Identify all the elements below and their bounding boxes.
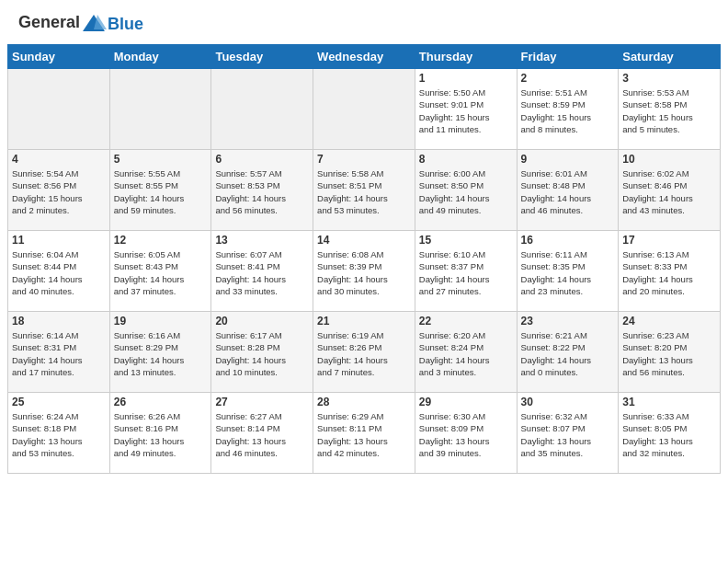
day-number: 2 xyxy=(521,72,615,85)
day-info: Sunrise: 6:02 AM Sunset: 8:46 PM Dayligh… xyxy=(622,167,716,216)
calendar-cell: 5Sunrise: 5:55 AM Sunset: 8:55 PM Daylig… xyxy=(109,150,211,231)
day-info: Sunrise: 6:32 AM Sunset: 8:07 PM Dayligh… xyxy=(521,410,615,459)
calendar-cell: 25Sunrise: 6:24 AM Sunset: 8:18 PM Dayli… xyxy=(8,393,110,474)
day-number: 12 xyxy=(114,234,208,247)
day-info: Sunrise: 6:13 AM Sunset: 8:33 PM Dayligh… xyxy=(622,248,716,297)
calendar-cell: 24Sunrise: 6:23 AM Sunset: 8:20 PM Dayli… xyxy=(619,312,721,393)
day-info: Sunrise: 6:20 AM Sunset: 8:24 PM Dayligh… xyxy=(419,329,513,378)
day-number: 8 xyxy=(419,153,513,166)
day-number: 24 xyxy=(622,315,716,327)
calendar-cell: 15Sunrise: 6:10 AM Sunset: 8:37 PM Dayli… xyxy=(415,231,517,312)
calendar-wrapper: Sunday Monday Tuesday Wednesday Thursday… xyxy=(0,44,728,481)
day-number: 28 xyxy=(317,396,411,408)
calendar-cell: 28Sunrise: 6:29 AM Sunset: 8:11 PM Dayli… xyxy=(313,393,415,474)
calendar-cell: 2Sunrise: 5:51 AM Sunset: 8:59 PM Daylig… xyxy=(517,69,619,150)
calendar-cell xyxy=(211,69,313,150)
day-info: Sunrise: 6:17 AM Sunset: 8:28 PM Dayligh… xyxy=(215,329,309,378)
calendar-cell: 27Sunrise: 6:27 AM Sunset: 8:14 PM Dayli… xyxy=(211,393,313,474)
header-wednesday: Wednesday xyxy=(313,45,415,69)
calendar-cell: 12Sunrise: 6:05 AM Sunset: 8:43 PM Dayli… xyxy=(109,231,211,312)
day-info: Sunrise: 6:01 AM Sunset: 8:48 PM Dayligh… xyxy=(521,167,615,216)
day-number: 16 xyxy=(521,234,615,247)
day-number: 13 xyxy=(215,234,309,247)
header: General Blue xyxy=(0,0,728,44)
calendar-cell: 22Sunrise: 6:20 AM Sunset: 8:24 PM Dayli… xyxy=(415,312,517,393)
day-info: Sunrise: 5:55 AM Sunset: 8:55 PM Dayligh… xyxy=(114,167,208,216)
day-number: 29 xyxy=(419,396,513,408)
day-number: 9 xyxy=(521,153,615,166)
calendar-body: 1Sunrise: 5:50 AM Sunset: 9:01 PM Daylig… xyxy=(8,69,721,474)
day-info: Sunrise: 6:10 AM Sunset: 8:37 PM Dayligh… xyxy=(419,248,513,297)
day-number: 10 xyxy=(622,153,716,166)
header-monday: Monday xyxy=(109,45,211,69)
calendar-cell: 17Sunrise: 6:13 AM Sunset: 8:33 PM Dayli… xyxy=(619,231,721,312)
day-info: Sunrise: 5:54 AM Sunset: 8:56 PM Dayligh… xyxy=(12,167,106,216)
day-info: Sunrise: 5:51 AM Sunset: 8:59 PM Dayligh… xyxy=(521,86,615,135)
header-tuesday: Tuesday xyxy=(211,45,313,69)
logo-blue: Blue xyxy=(108,15,143,33)
day-number: 6 xyxy=(215,153,309,166)
day-number: 18 xyxy=(12,315,106,327)
day-number: 1 xyxy=(419,72,513,85)
calendar-cell xyxy=(109,69,211,150)
day-info: Sunrise: 6:14 AM Sunset: 8:31 PM Dayligh… xyxy=(12,329,106,378)
day-number: 21 xyxy=(317,315,411,327)
day-number: 26 xyxy=(114,396,208,408)
calendar-table: Sunday Monday Tuesday Wednesday Thursday… xyxy=(7,44,721,474)
day-info: Sunrise: 6:05 AM Sunset: 8:43 PM Dayligh… xyxy=(114,248,208,297)
calendar-cell: 29Sunrise: 6:30 AM Sunset: 8:09 PM Dayli… xyxy=(415,393,517,474)
day-info: Sunrise: 6:07 AM Sunset: 8:41 PM Dayligh… xyxy=(215,248,309,297)
day-info: Sunrise: 6:24 AM Sunset: 8:18 PM Dayligh… xyxy=(12,410,106,459)
day-number: 15 xyxy=(419,234,513,247)
calendar-cell: 13Sunrise: 6:07 AM Sunset: 8:41 PM Dayli… xyxy=(211,231,313,312)
day-number: 20 xyxy=(215,315,309,327)
calendar-cell: 16Sunrise: 6:11 AM Sunset: 8:35 PM Dayli… xyxy=(517,231,619,312)
calendar-cell: 10Sunrise: 6:02 AM Sunset: 8:46 PM Dayli… xyxy=(619,150,721,231)
calendar-cell: 30Sunrise: 6:32 AM Sunset: 8:07 PM Dayli… xyxy=(517,393,619,474)
day-info: Sunrise: 6:04 AM Sunset: 8:44 PM Dayligh… xyxy=(12,248,106,297)
day-info: Sunrise: 6:00 AM Sunset: 8:50 PM Dayligh… xyxy=(419,167,513,216)
calendar-cell xyxy=(313,69,415,150)
day-info: Sunrise: 6:21 AM Sunset: 8:22 PM Dayligh… xyxy=(521,329,615,378)
day-info: Sunrise: 6:11 AM Sunset: 8:35 PM Dayligh… xyxy=(521,248,615,297)
logo-icon xyxy=(81,11,107,37)
calendar-cell: 21Sunrise: 6:19 AM Sunset: 8:26 PM Dayli… xyxy=(313,312,415,393)
day-number: 19 xyxy=(114,315,208,327)
calendar-cell: 6Sunrise: 5:57 AM Sunset: 8:53 PM Daylig… xyxy=(211,150,313,231)
header-thursday: Thursday xyxy=(415,45,517,69)
day-number: 22 xyxy=(419,315,513,327)
day-number: 3 xyxy=(622,72,716,85)
day-number: 4 xyxy=(12,153,106,166)
day-info: Sunrise: 6:23 AM Sunset: 8:20 PM Dayligh… xyxy=(622,329,716,378)
calendar-cell: 26Sunrise: 6:26 AM Sunset: 8:16 PM Dayli… xyxy=(109,393,211,474)
calendar-cell: 9Sunrise: 6:01 AM Sunset: 8:48 PM Daylig… xyxy=(517,150,619,231)
day-number: 31 xyxy=(622,396,716,408)
day-info: Sunrise: 6:08 AM Sunset: 8:39 PM Dayligh… xyxy=(317,248,411,297)
day-number: 14 xyxy=(317,234,411,247)
day-info: Sunrise: 5:57 AM Sunset: 8:53 PM Dayligh… xyxy=(215,167,309,216)
header-saturday: Saturday xyxy=(619,45,721,69)
day-number: 7 xyxy=(317,153,411,166)
day-number: 30 xyxy=(521,396,615,408)
calendar-cell: 8Sunrise: 6:00 AM Sunset: 8:50 PM Daylig… xyxy=(415,150,517,231)
calendar-cell: 3Sunrise: 5:53 AM Sunset: 8:58 PM Daylig… xyxy=(619,69,721,150)
logo-general: General xyxy=(18,13,80,31)
calendar-header: Sunday Monday Tuesday Wednesday Thursday… xyxy=(8,45,721,69)
day-info: Sunrise: 6:16 AM Sunset: 8:29 PM Dayligh… xyxy=(114,329,208,378)
day-info: Sunrise: 6:33 AM Sunset: 8:05 PM Dayligh… xyxy=(622,410,716,459)
day-info: Sunrise: 6:19 AM Sunset: 8:26 PM Dayligh… xyxy=(317,329,411,378)
calendar-cell: 18Sunrise: 6:14 AM Sunset: 8:31 PM Dayli… xyxy=(8,312,110,393)
day-number: 23 xyxy=(521,315,615,327)
calendar-cell: 31Sunrise: 6:33 AM Sunset: 8:05 PM Dayli… xyxy=(619,393,721,474)
calendar-cell: 4Sunrise: 5:54 AM Sunset: 8:56 PM Daylig… xyxy=(8,150,110,231)
day-info: Sunrise: 6:27 AM Sunset: 8:14 PM Dayligh… xyxy=(215,410,309,459)
calendar-cell: 14Sunrise: 6:08 AM Sunset: 8:39 PM Dayli… xyxy=(313,231,415,312)
header-sunday: Sunday xyxy=(8,45,110,69)
logo: General Blue xyxy=(18,11,143,37)
calendar-cell: 20Sunrise: 6:17 AM Sunset: 8:28 PM Dayli… xyxy=(211,312,313,393)
day-info: Sunrise: 6:30 AM Sunset: 8:09 PM Dayligh… xyxy=(419,410,513,459)
svg-marker-1 xyxy=(94,15,107,29)
calendar-cell: 19Sunrise: 6:16 AM Sunset: 8:29 PM Dayli… xyxy=(109,312,211,393)
calendar-cell: 11Sunrise: 6:04 AM Sunset: 8:44 PM Dayli… xyxy=(8,231,110,312)
calendar-cell: 7Sunrise: 5:58 AM Sunset: 8:51 PM Daylig… xyxy=(313,150,415,231)
